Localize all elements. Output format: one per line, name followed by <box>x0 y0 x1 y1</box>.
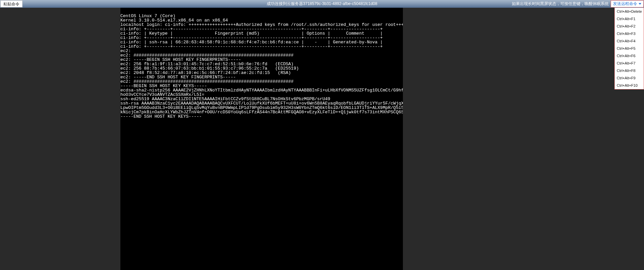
dropdown-item-ctrl-alt-delete[interactable]: Ctrl+Alt+Delete <box>615 8 644 15</box>
dropdown-item-ctrl-alt-f3[interactable]: Ctrl+Alt+F3 <box>615 30 644 37</box>
paste-command-button[interactable]: 粘贴命令 <box>0 0 23 7</box>
send-remote-command-button[interactable]: 发送远程命令 <box>611 0 644 7</box>
terminal-console[interactable]: CentOS Linux 7 (Core)Kernel 3.10.0-514.e… <box>120 8 403 270</box>
dropdown-item-ctrl-alt-f2[interactable]: Ctrl+Alt+F2 <box>615 23 644 30</box>
send-remote-command-label: 发送远程命令 <box>613 1 637 7</box>
connection-status-text: 成功连接到云服务器3718579c-3b31-4892-afbe-c50481f… <box>267 1 377 7</box>
wake-tip-text: 如果出现长时间黑屏状态，可按任意键，唤醒休眠系统 <box>512 1 609 7</box>
dropdown-item-ctrl-alt-f7[interactable]: Ctrl+Alt+F7 <box>615 60 644 67</box>
top-toolbar: 粘贴命令 成功连接到云服务器3718579c-3b31-4892-afbe-c5… <box>0 0 644 8</box>
dropdown-item-ctrl-alt-f1[interactable]: Ctrl+Alt+F1 <box>615 15 644 23</box>
dropdown-item-ctrl-alt-f4[interactable]: Ctrl+Alt+F4 <box>615 37 644 45</box>
dropdown-item-ctrl-alt-f6[interactable]: Ctrl+Alt+F6 <box>615 52 644 60</box>
remote-command-dropdown: Ctrl+Alt+Delete Ctrl+Alt+F1 Ctrl+Alt+F2 … <box>614 8 644 89</box>
terminal-line: -----END SSH HOST KEY KEYS----- <box>120 114 403 119</box>
dropdown-item-ctrl-alt-f10[interactable]: Ctrl+Alt+F10 <box>615 82 644 89</box>
dropdown-item-ctrl-alt-f5[interactable]: Ctrl+Alt+F5 <box>615 45 644 52</box>
caret-down-icon <box>639 3 641 5</box>
dropdown-item-ctrl-alt-f8[interactable]: Ctrl+Alt+F8 <box>615 67 644 74</box>
terminal-line: ci-info: +---------+--------------------… <box>120 44 403 49</box>
dropdown-item-ctrl-alt-f9[interactable]: Ctrl+Alt+F9 <box>615 74 644 82</box>
